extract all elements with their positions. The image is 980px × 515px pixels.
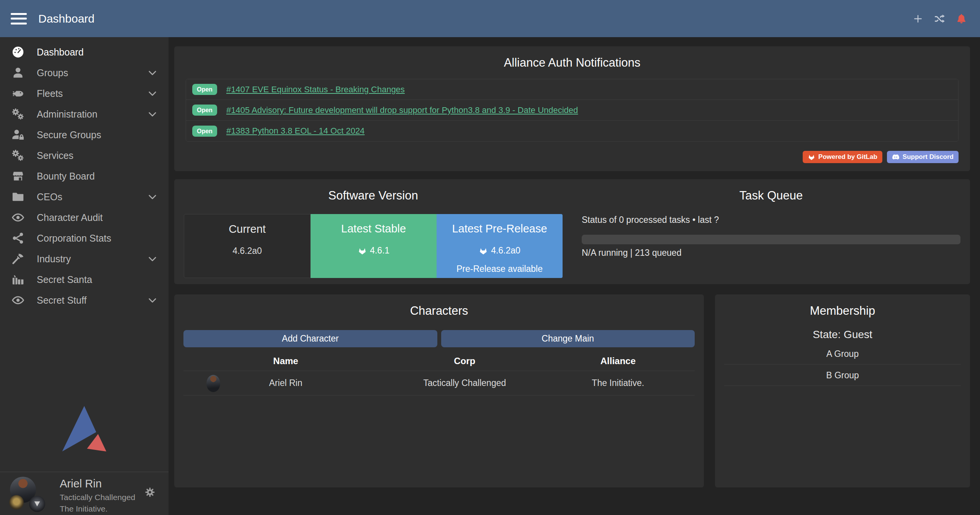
table-row: Ariel Rin Tactically Challenged The Init… [183,371,695,396]
version-latest-stable: Latest Stable 4.6.1 [311,214,437,278]
user-name: Ariel Rin [60,477,135,490]
user-info: Ariel Rin Tactically Challenged The Init… [60,477,135,513]
version-boxes: Current 4.6.2a0 Latest Stable 4.6.1 Late… [184,214,563,278]
prerelease-note: Pre-Release available [456,264,543,274]
characters-panel: Characters Add Character Change Main Nam… [174,294,704,487]
membership-panel: Membership State: Guest A Group B Group [715,294,970,487]
characters-table-header: Name Corp Alliance [183,351,695,371]
powered-by-gitlab-badge[interactable]: Powered by GitLab [803,151,882,163]
sidebar-menu: Dashboard Groups Fleets Administration S… [0,37,169,311]
chevron-down-icon [147,191,158,202]
notifications-list: Open #1407 EVE Equinox Status - Breaking… [186,79,959,142]
discord-icon [892,153,900,161]
notification-item: Open #1405 Advisory: Future development … [186,100,958,121]
notification-item: Open #1383 Python 3.8 EOL - 14 Oct 2024 [186,121,958,141]
user-avatar [9,477,54,513]
notifications-panel: Alliance Auth Notifications Open #1407 E… [174,46,970,171]
gifts-icon [11,273,25,286]
chevron-down-icon [147,253,158,264]
user-corp: Tactically Challenged [60,493,135,502]
corp-logo [9,495,24,510]
sidebar-item-corporation-stats[interactable]: Corporation Stats [0,228,169,249]
notification-link[interactable]: #1407 EVE Equinox Status - Breaking Chan… [226,85,405,95]
character-portrait [206,375,220,392]
sidebar-item-dashboard[interactable]: Dashboard [0,42,169,62]
navbar-actions [913,13,967,25]
chevron-down-icon [147,88,158,99]
software-version-title: Software Version [184,179,563,203]
status-badge: Open [192,126,217,137]
task-queue-progressbar [582,235,960,244]
sidebar: Dashboard Groups Fleets Administration S… [0,37,169,515]
notifications-bell-icon[interactable] [956,13,967,24]
add-character-icon[interactable] [913,14,923,24]
share-nodes-icon [11,232,25,245]
shuffle-icon[interactable] [934,13,945,25]
chevron-down-icon [147,67,158,78]
sidebar-item-fleets[interactable]: Fleets [0,83,169,104]
shuttle-icon [11,87,25,100]
sidebar-item-industry[interactable]: Industry [0,249,169,269]
characters-title: Characters [183,294,695,318]
gears-icon [11,149,25,162]
software-version-section: Software Version Current 4.6.2a0 Latest … [174,179,572,284]
sidebar-item-ceos[interactable]: CEOs [0,186,169,207]
support-discord-badge[interactable]: Support Discord [887,151,959,163]
group-row: A Group [724,343,961,365]
membership-groups-list: A Group B Group [724,343,961,386]
sidebar-item-administration[interactable]: Administration [0,104,169,124]
page-title: Dashboard [38,12,95,25]
sidebar-item-secure-groups[interactable]: Secure Groups [0,124,169,145]
chevron-down-icon [147,109,158,119]
folder-icon [11,190,25,203]
membership-state: State: Guest [724,329,961,341]
character-alliance: The Initiative. [542,378,695,388]
notification-item: Open #1407 EVE Equinox Status - Breaking… [186,79,958,100]
sidebar-item-bounty-board[interactable]: Bounty Board [0,166,169,186]
user-panel: Ariel Rin Tactically Challenged The Init… [0,472,169,515]
alliance-logo [29,496,45,512]
add-character-button[interactable]: Add Character [183,330,437,347]
user-icon [11,66,25,79]
status-badge: Open [192,84,217,95]
gitlab-icon [808,153,815,161]
gitlab-icon [358,246,367,255]
characters-table: Name Corp Alliance Ariel Rin Tactically … [183,351,695,396]
character-corp: Tactically Challenged [388,378,542,388]
alliance-auth-logo [0,404,169,453]
sidebar-toggle-icon[interactable] [11,13,27,25]
change-main-button[interactable]: Change Main [441,330,695,347]
notifications-footer: Powered by GitLab Support Discord [186,151,959,163]
sidebar-item-secret-santa[interactable]: Secret Santa [0,269,169,290]
notification-link[interactable]: #1383 Python 3.8 EOL - 14 Oct 2024 [226,126,365,136]
sidebar-item-character-audit[interactable]: Character Audit [0,207,169,228]
version-latest-prerelease: Latest Pre-Release 4.6.2a0 Pre-Release a… [437,214,563,278]
membership-title: Membership [724,294,961,318]
notifications-title: Alliance Auth Notifications [186,46,959,70]
user-alliance: The Initiative. [60,504,135,513]
sidebar-item-secret-stuff[interactable]: Secret Stuff [0,290,169,311]
eye-icon [11,294,25,307]
sidebar-item-groups[interactable]: Groups [0,62,169,83]
main-content: Alliance Auth Notifications Open #1407 E… [169,37,980,515]
version-current: Current 4.6.2a0 [184,214,311,278]
version-taskqueue-panel: Software Version Current 4.6.2a0 Latest … [174,179,970,284]
notification-link[interactable]: #1405 Advisory: Future development will … [226,105,578,115]
sidebar-item-services[interactable]: Services [0,145,169,166]
group-row: B Group [724,365,961,386]
task-queue-section: Task Queue Status of 0 processed tasks •… [572,179,970,284]
status-badge: Open [192,105,217,116]
eye-icon [11,211,25,224]
hammer-icon [11,252,25,265]
store-icon [11,170,25,183]
task-queue-title: Task Queue [582,179,960,203]
chevron-down-icon [147,295,158,306]
task-queue-status: Status of 0 processed tasks • last ? [582,215,960,225]
gauge-icon [11,46,25,59]
user-lock-icon [11,128,25,141]
user-settings-gear-icon[interactable] [144,487,155,498]
task-queue-summary: N/A running | 213 queued [582,248,960,258]
gitlab-icon [479,246,488,255]
gears-icon [11,108,25,121]
top-navbar: Dashboard [0,0,980,37]
